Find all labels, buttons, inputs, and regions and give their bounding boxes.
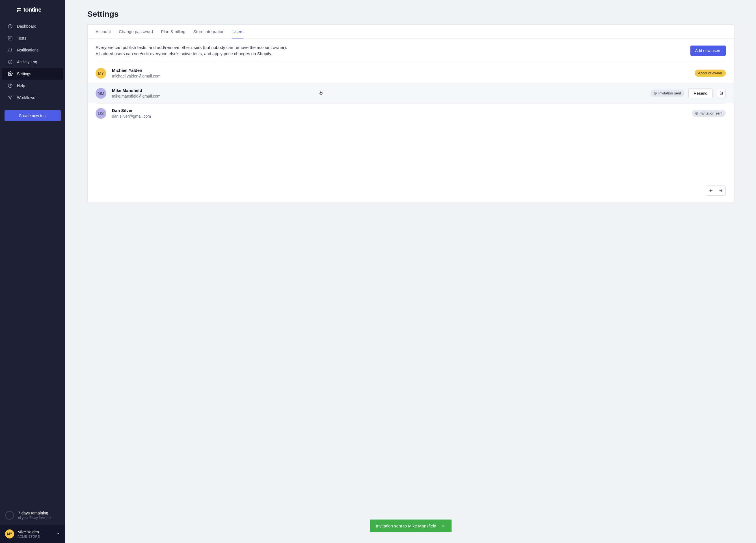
user-name: Mike Mansfield [112, 88, 160, 93]
user-email: dan.silver@gmail.com [112, 114, 151, 118]
avatar: DS [96, 108, 106, 119]
sidebar-item-settings[interactable]: Settings [2, 68, 63, 80]
chevron-up-icon [56, 532, 60, 536]
toast-text: Invitation sent to Mike Mansfield [376, 523, 436, 528]
sidebar-item-label: Activity Log [17, 60, 37, 64]
trial-ring-icon [5, 511, 14, 520]
avatar: MY [96, 68, 106, 79]
create-test-button[interactable]: Create new test [5, 110, 61, 121]
clock-icon [7, 59, 13, 65]
brand-text: tontine [23, 7, 42, 13]
trial-line2: of your 7-day free trial [18, 516, 51, 520]
bell-icon [7, 47, 13, 53]
sidebar-item-label: Notifications [17, 48, 38, 52]
owner-badge: Account owner [695, 70, 726, 77]
sidebar-item-help[interactable]: Help [2, 80, 63, 92]
next-page-button[interactable] [716, 186, 725, 195]
page-title: Settings [87, 10, 734, 19]
avatar: MY [5, 529, 14, 538]
brand-logo[interactable]: tontine [0, 0, 65, 18]
pending-icon [695, 112, 698, 115]
tab-plan-billing[interactable]: Plan & billing [161, 25, 185, 38]
svg-line-4 [10, 25, 11, 26]
user-name: Dan Silver [112, 108, 151, 113]
sidebar-nav: DashboardTestsNotificationsActivity LogS… [0, 20, 65, 103]
gauge-icon [7, 23, 13, 29]
sidebar-item-label: Settings [17, 72, 31, 76]
user-row[interactable]: DSDan Silverdan.silver@gmail.comInvitati… [96, 103, 726, 123]
trash-icon [719, 91, 723, 96]
sidebar-item-label: Tests [17, 36, 26, 40]
sidebar: tontine DashboardTestsNotificationsActiv… [0, 0, 65, 543]
tab-change-password[interactable]: Change password [119, 25, 153, 38]
svg-rect-2 [17, 10, 18, 12]
svg-rect-1 [18, 10, 21, 11]
user-row[interactable]: MYMichael Yaldenmichael.yalden@gmail.com… [96, 63, 726, 83]
settings-card: AccountChange passwordPlan & billingStor… [87, 24, 734, 202]
help-icon [7, 83, 13, 88]
user-list: MYMichael Yaldenmichael.yalden@gmail.com… [88, 63, 734, 123]
workflow-icon [7, 95, 13, 100]
invitation-sent-badge: Invitation sent [692, 110, 726, 117]
invitation-sent-badge: Invitation sent [651, 90, 684, 97]
close-icon [441, 524, 445, 528]
toast-close-button[interactable] [441, 524, 445, 528]
add-users-label: Add new users [695, 48, 721, 53]
sidebar-item-notifications[interactable]: Notifications [2, 44, 63, 56]
settings-tabs: AccountChange passwordPlan & billingStor… [88, 25, 734, 39]
tab-users[interactable]: Users [232, 25, 243, 38]
trial-line1: 7 days remaining [18, 511, 51, 515]
trial-status: 7 days remaining of your 7-day free tria… [0, 506, 65, 525]
sidebar-item-label: Workflows [17, 95, 35, 100]
main-content: Settings AccountChange passwordPlan & bi… [65, 0, 756, 543]
prev-page-button[interactable] [706, 186, 716, 195]
tab-store-integration[interactable]: Store integration [193, 25, 224, 38]
user-name: Michael Yalden [112, 68, 160, 73]
toast-notification: Invitation sent to Mike Mansfield [370, 520, 452, 532]
sidebar-item-label: Dashboard [17, 24, 36, 29]
svg-line-16 [9, 97, 10, 98]
sidebar-item-activity-log[interactable]: Activity Log [2, 56, 63, 68]
intro-line1: Everyone can publish tests, and add/remo… [96, 44, 287, 51]
sidebar-item-tests[interactable]: Tests [2, 32, 63, 44]
sidebar-item-dashboard[interactable]: Dashboard [2, 20, 63, 32]
bar-chart-icon [7, 35, 13, 41]
resend-button[interactable]: Resend [688, 88, 713, 98]
sidebar-item-label: Help [17, 83, 25, 88]
users-intro: Everyone can publish tests, and add/remo… [88, 39, 734, 63]
svg-rect-0 [17, 8, 21, 9]
pending-icon [654, 92, 657, 95]
user-email: mike.mansfield@gmail.com [112, 94, 160, 98]
account-switcher[interactable]: MY Mike Yalden ACME STORE [0, 525, 65, 543]
svg-line-17 [10, 97, 12, 98]
tab-account[interactable]: Account [96, 25, 111, 38]
pointer-cursor-icon [319, 90, 323, 96]
pagination [88, 123, 734, 202]
create-test-label: Create new test [19, 113, 46, 118]
sidebar-item-workflows[interactable]: Workflows [2, 92, 63, 103]
arrow-left-icon [709, 188, 713, 193]
delete-user-button[interactable] [717, 89, 726, 98]
gear-icon [7, 71, 13, 77]
intro-line2: All added users can see/edit everyone el… [96, 51, 287, 57]
user-row[interactable]: MMMike Mansfieldmike.mansfield@gmail.com… [88, 83, 734, 103]
user-email: michael.yalden@gmail.com [112, 74, 160, 78]
add-users-button[interactable]: Add new users [690, 46, 726, 56]
avatar: MM [96, 88, 106, 99]
current-user-name: Mike Yalden [18, 530, 40, 534]
current-store: ACME STORE [18, 535, 40, 538]
svg-point-10 [10, 73, 11, 75]
arrow-right-icon [719, 188, 723, 193]
